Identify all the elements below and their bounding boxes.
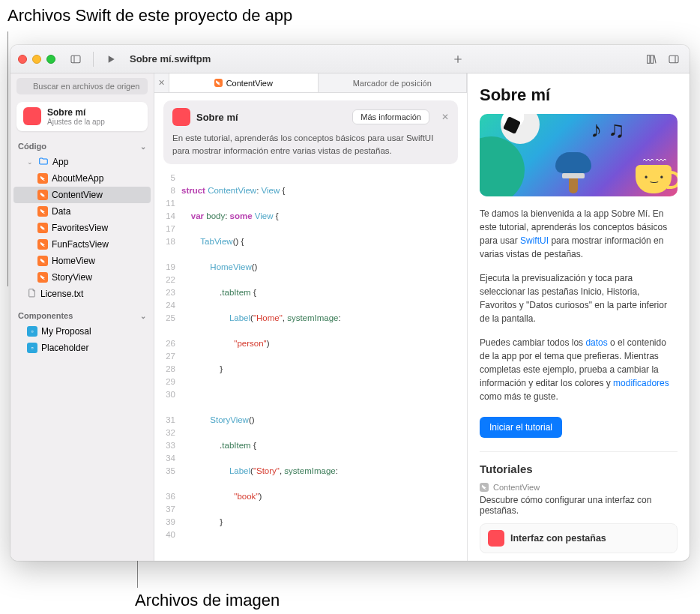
sidebar-file-funfactsview[interactable]: FunFactsView <box>13 236 151 253</box>
swift-icon <box>480 483 489 492</box>
app-icon <box>172 108 190 126</box>
section-header-components[interactable]: Componentes ⌄ <box>10 307 154 323</box>
tab-label: ContentView <box>226 79 273 88</box>
svg-rect-5 <box>651 55 653 63</box>
guide-panel: Sobre mí ♪ ♫ 〰〰• ‿ • Te damos la bienven… <box>468 73 690 561</box>
tutorials-title: Tutoriales <box>480 463 678 475</box>
library-icon[interactable] <box>643 51 660 67</box>
run-button-icon[interactable] <box>103 51 119 67</box>
callout-swift-files: Archivos Swift de este proyecto de app <box>7 6 292 25</box>
file-label: Data <box>52 206 70 217</box>
document-icon <box>27 288 37 300</box>
swift-icon <box>37 239 48 250</box>
tutorials-section: Tutoriales ContentView Descubre cómo con… <box>480 451 678 553</box>
file-label: ContentView <box>52 190 103 200</box>
swift-icon <box>37 272 48 283</box>
sidebar-folder-app[interactable]: ⌄ App <box>13 154 151 170</box>
guide-paragraph-2: Ejecuta la previsualización y toca para … <box>480 271 678 325</box>
swift-icon <box>37 206 48 217</box>
folder-label: App <box>52 157 68 167</box>
code-content[interactable]: struct ContentView: View { var body: som… <box>181 169 467 561</box>
editor-pane: ✕ ContentView Marcador de posición Sobre… <box>154 73 468 561</box>
section-header-code[interactable]: Código ⌄ <box>10 137 154 154</box>
file-label: StoryView <box>52 272 92 283</box>
file-label: License.txt <box>40 289 83 299</box>
tutorial-description: Descubre cómo configurar una interfaz co… <box>480 495 678 516</box>
code-editor[interactable]: 5811141718192223242526272829303132333435… <box>154 169 467 561</box>
tutorial-card-title: Interfaz con pestañas <box>510 533 606 544</box>
tab-contentview[interactable]: ContentView <box>169 73 319 92</box>
svg-rect-4 <box>648 55 650 63</box>
banner-title: Sobre mí <box>196 112 346 123</box>
file-label: FavoritesView <box>52 223 108 233</box>
sidebar-file-data[interactable]: Data <box>13 203 151 220</box>
sidebar: Sobre mí Ajustes de la app Código ⌄ ⌄ Ap… <box>10 73 154 561</box>
line-gutter: 5811141718192223242526272829303132333435… <box>154 169 181 561</box>
add-button-icon[interactable] <box>450 51 466 67</box>
project-title: Sobre mí <box>47 107 105 118</box>
window-controls <box>18 55 55 64</box>
callout-line <box>7 31 8 286</box>
toggle-sidebar-icon[interactable] <box>67 51 84 67</box>
modificadores-link[interactable]: modificadores <box>613 378 669 388</box>
sidebar-file-homeview[interactable]: HomeView <box>13 253 151 269</box>
sidebar-file-favoritesview[interactable]: FavoritesView <box>13 220 151 236</box>
sidebar-component-myproposal[interactable]: ▫My Proposal <box>13 323 151 340</box>
search-input[interactable] <box>16 78 148 94</box>
svg-rect-0 <box>71 55 80 62</box>
sidebar-file-license[interactable]: License.txt <box>13 286 151 302</box>
minimize-window-button[interactable] <box>32 55 41 64</box>
tutorial-card[interactable]: Interfaz con pestañas <box>480 523 678 553</box>
project-subtitle: Ajustes de la app <box>47 118 105 126</box>
toggle-inspector-icon[interactable] <box>666 51 682 67</box>
file-label: Placeholder <box>41 343 88 353</box>
section-label: Componentes <box>18 311 73 320</box>
zoom-window-button[interactable] <box>46 55 55 64</box>
sidebar-file-aboutmeapp[interactable]: AboutMeApp <box>13 170 151 187</box>
guide-paragraph-1: Te damos la bienvenida a la app Sobre Mí… <box>480 207 678 261</box>
callout-image-files: Archivos de imagen <box>135 591 280 610</box>
datos-link[interactable]: datos <box>585 337 607 348</box>
file-label: My Proposal <box>41 326 91 337</box>
image-icon: ▫ <box>27 343 37 353</box>
file-label: AboutMeApp <box>52 173 103 184</box>
guide-title: Sobre mí <box>480 85 678 105</box>
window-title: Sobre mí.swiftpm <box>130 53 211 64</box>
close-icon[interactable]: ✕ <box>441 112 449 122</box>
close-window-button[interactable] <box>18 55 27 64</box>
banner-body: En este tutorial, aprenderás los concept… <box>172 132 449 157</box>
svg-rect-7 <box>669 55 678 62</box>
swift-icon <box>37 173 48 184</box>
swift-icon <box>37 223 48 233</box>
more-info-button[interactable]: Más información <box>352 109 429 124</box>
tab-close-icon[interactable]: ✕ <box>154 73 169 92</box>
folder-icon <box>38 156 49 169</box>
svg-line-6 <box>654 55 656 63</box>
tutorial-banner: Sobre mí Más información ✕ En este tutor… <box>163 100 458 164</box>
file-label: HomeView <box>52 256 95 266</box>
sidebar-component-placeholder[interactable]: ▫Placeholder <box>13 340 151 356</box>
swift-icon <box>37 190 48 200</box>
tutorial-breadcrumb: ContentView <box>480 483 678 492</box>
swiftui-link[interactable]: SwiftUI <box>520 235 549 246</box>
sidebar-file-storyview[interactable]: StoryView <box>13 269 151 286</box>
breadcrumb-label: ContentView <box>493 483 540 492</box>
chevron-down-icon: ⌄ <box>140 142 146 151</box>
start-tutorial-button[interactable]: Iniciar el tutorial <box>480 417 562 438</box>
app-icon <box>488 530 504 547</box>
disclosure-icon: ⌄ <box>27 158 34 166</box>
file-label: FunFactsView <box>52 239 109 250</box>
app-window: Sobre mí.swiftpm <box>10 45 690 561</box>
tab-label: Marcador de posición <box>353 79 432 88</box>
project-settings-card[interactable]: Sobre mí Ajustes de la app <box>16 102 148 131</box>
swift-icon <box>214 79 223 87</box>
guide-paragraph-3: Puedes cambiar todos los datos o el cont… <box>480 336 678 403</box>
chevron-down-icon: ⌄ <box>140 312 146 320</box>
divider <box>93 52 94 67</box>
tab-placeholder[interactable]: Marcador de posición <box>319 73 468 92</box>
sidebar-file-contentview[interactable]: ContentView <box>13 187 151 203</box>
titlebar: Sobre mí.swiftpm <box>10 45 690 73</box>
hero-image: ♪ ♫ 〰〰• ‿ • <box>480 114 678 196</box>
editor-tabs: ✕ ContentView Marcador de posición <box>154 73 467 93</box>
app-icon <box>23 107 41 125</box>
